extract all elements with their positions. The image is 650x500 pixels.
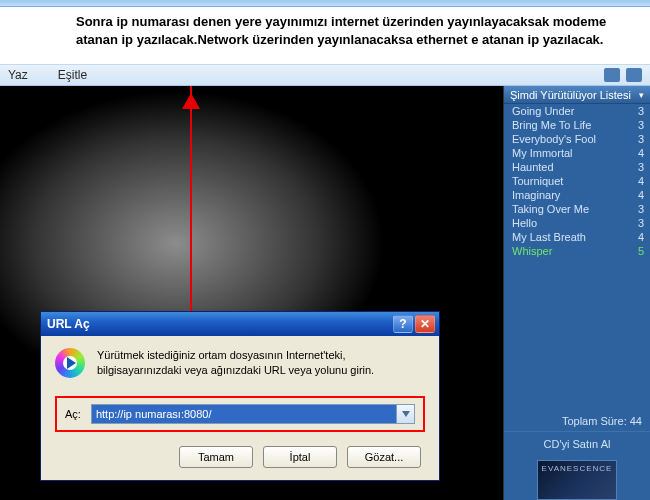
playlist-item[interactable]: Whisper5 [504, 244, 650, 258]
playlist-item-label: Whisper [512, 245, 552, 257]
buy-cd-link[interactable]: CD'yi Satın Al [504, 431, 650, 456]
media-player-icon [55, 348, 85, 378]
instruction-wrap: Sonra ip numarası denen yere yayınımızı … [0, 7, 650, 64]
cancel-button[interactable]: İptal [263, 446, 337, 468]
playlist-item-label: Going Under [512, 105, 574, 117]
toolbar-right [604, 68, 642, 82]
browse-button[interactable]: Gözat... [347, 446, 421, 468]
toolbar-icon-2[interactable] [626, 68, 642, 82]
dialog-titlebar[interactable]: URL Aç ? ✕ [41, 312, 439, 336]
playlist-item-duration: 3 [638, 203, 644, 215]
sidebar-header[interactable]: Şimdi Yürütülüyor Listesi ▾ [504, 86, 650, 104]
playlist-item-label: Everybody's Fool [512, 133, 596, 145]
playlist-item[interactable]: My Last Breath4 [504, 230, 650, 244]
url-input-row: Aç: [55, 396, 425, 432]
playlist-item[interactable]: Going Under3 [504, 104, 650, 118]
playlist-item-label: Haunted [512, 161, 554, 173]
playlist-item-label: Taking Over Me [512, 203, 589, 215]
dialog-buttons: Tamam İptal Gözat... [55, 446, 425, 468]
playlist-item-duration: 4 [638, 175, 644, 187]
toolbar-yaz[interactable]: Yaz [8, 68, 28, 82]
dialog-description: Yürütmek istediğiniz ortam dosyasının In… [97, 348, 425, 378]
playlist-item-duration: 4 [638, 231, 644, 243]
playlist-item-duration: 3 [638, 217, 644, 229]
annotation-arrow [190, 86, 192, 334]
playlist-item-duration: 3 [638, 105, 644, 117]
visualization-area: URL Aç ? ✕ Yürütmek istediğiniz ortam do… [0, 86, 504, 500]
playlist-item[interactable]: My Immortal4 [504, 146, 650, 160]
playlist-item[interactable]: Taking Over Me3 [504, 202, 650, 216]
playlist-item-duration: 3 [638, 161, 644, 173]
dialog-title: URL Aç [47, 317, 391, 331]
playlist-item-label: Hello [512, 217, 537, 229]
dialog-row-info: Yürütmek istediğiniz ortam dosyasının In… [55, 348, 425, 378]
url-combobox [91, 404, 415, 424]
playlist: Going Under3Bring Me To Life3Everybody's… [504, 104, 650, 258]
playlist-item[interactable]: Imaginary4 [504, 188, 650, 202]
close-button[interactable]: ✕ [415, 315, 435, 333]
main-area: URL Aç ? ✕ Yürütmek istediğiniz ortam do… [0, 86, 650, 500]
total-duration: Toplam Süre: 44 [504, 411, 650, 431]
playlist-item-duration: 4 [638, 189, 644, 201]
playlist-item[interactable]: Bring Me To Life3 [504, 118, 650, 132]
playlist-item-label: Bring Me To Life [512, 119, 591, 131]
now-playing-sidebar: Şimdi Yürütülüyor Listesi ▾ Going Under3… [504, 86, 650, 500]
open-url-dialog: URL Aç ? ✕ Yürütmek istediğiniz ortam do… [40, 311, 440, 481]
playlist-item-label: Tourniquet [512, 175, 563, 187]
playlist-item[interactable]: Everybody's Fool3 [504, 132, 650, 146]
url-input[interactable] [91, 404, 397, 424]
playlist-item-duration: 4 [638, 147, 644, 159]
dialog-body: Yürütmek istediğiniz ortam dosyasının In… [41, 336, 439, 480]
chevron-down-icon: ▾ [639, 90, 644, 100]
url-label: Aç: [65, 408, 81, 420]
url-dropdown-button[interactable] [397, 404, 415, 424]
help-button[interactable]: ? [393, 315, 413, 333]
playlist-item-duration: 3 [638, 133, 644, 145]
playlist-item[interactable]: Hello3 [504, 216, 650, 230]
playlist-item-label: My Immortal [512, 147, 573, 159]
playlist-item[interactable]: Haunted3 [504, 160, 650, 174]
toolbar: Yaz Eşitle [0, 64, 650, 86]
playlist-item-duration: 5 [638, 245, 644, 257]
sidebar-header-label: Şimdi Yürütülüyor Listesi [510, 89, 631, 101]
ok-button[interactable]: Tamam [179, 446, 253, 468]
window-frame-top [0, 0, 650, 7]
album-art[interactable]: EVANESCENCE [537, 460, 617, 500]
playlist-item-label: Imaginary [512, 189, 560, 201]
playlist-item-label: My Last Breath [512, 231, 586, 243]
playlist-item[interactable]: Tourniquet4 [504, 174, 650, 188]
instruction-text: Sonra ip numarası denen yere yayınımızı … [0, 7, 650, 50]
toolbar-esitle[interactable]: Eşitle [58, 68, 87, 82]
playlist-item-duration: 3 [638, 119, 644, 131]
toolbar-icon-1[interactable] [604, 68, 620, 82]
